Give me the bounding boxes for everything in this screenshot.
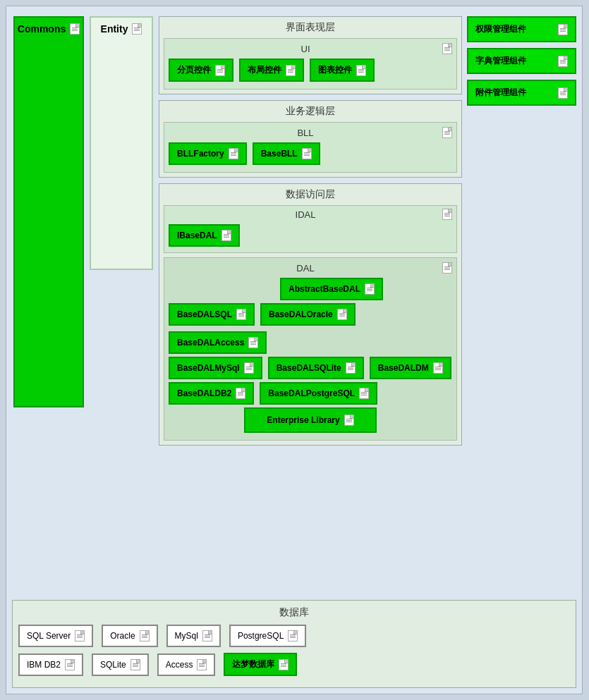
auth-btn[interactable]: 权限管理组件 xyxy=(467,16,576,42)
entity-label: Entity xyxy=(101,23,142,35)
commons-doc-icon xyxy=(70,23,80,35)
ui-title-bar: UI xyxy=(169,43,452,54)
pagination-btn[interactable]: 分页控件 xyxy=(169,59,233,82)
access-btn[interactable]: Access xyxy=(157,653,216,676)
access-label: Access xyxy=(166,660,193,670)
dal-row4: Enterprise Library xyxy=(169,407,452,433)
dal-outer-box: DAL AbstractBaseDAL BaseDALSQL xyxy=(164,257,457,441)
idal-title: IDAL xyxy=(169,209,442,220)
layout-btn[interactable]: 布局控件 xyxy=(239,59,304,82)
bllfactory-btn[interactable]: BLLFactory xyxy=(169,142,247,165)
bll-doc-icon xyxy=(442,127,452,138)
ibasedal-label: IBaseDAL xyxy=(177,231,217,240)
ibasedal-doc-icon xyxy=(221,230,231,241)
dal-title-bar: DAL xyxy=(169,262,452,274)
dal-row0: AbstractBaseDAL xyxy=(211,278,452,300)
entity-panel: Entity xyxy=(90,16,153,270)
basedaldb2-doc-icon xyxy=(236,388,245,399)
basedalaccess-doc-icon xyxy=(248,337,258,348)
postgresql-btn[interactable]: PostgreSQL xyxy=(229,625,306,647)
chart-label: 图表控件 xyxy=(318,64,352,76)
sqlite-label: SQLite xyxy=(100,660,126,670)
basedalpostgres-doc-icon xyxy=(359,388,369,399)
db-title: 数据库 xyxy=(18,606,570,619)
attach-btn[interactable]: 附件管理组件 xyxy=(467,80,576,106)
enterprise-btn[interactable]: Enterprise Library xyxy=(244,407,376,433)
postgresql-label: PostgreSQL xyxy=(238,631,284,641)
ibasedal-btn[interactable]: IBaseDAL xyxy=(169,224,240,247)
sqlite-btn[interactable]: SQLite xyxy=(92,653,149,676)
basedalmysql-doc-icon xyxy=(244,362,254,374)
basedalpostgres-btn[interactable]: BaseDALPostgreSQL xyxy=(260,382,377,405)
db2-btn[interactable]: IBM DB2 xyxy=(18,653,83,676)
database-section: 数据库 SQL Server Oracle MySql PostgreSQL I… xyxy=(12,600,576,688)
layout-doc-icon xyxy=(286,65,296,76)
basebll-btn[interactable]: BaseBLL xyxy=(253,142,320,165)
basedaloracle-btn[interactable]: BaseDALOracle xyxy=(260,303,356,326)
idal-btn-row: IBaseDAL xyxy=(169,224,452,247)
db2-doc-icon xyxy=(65,659,75,670)
idal-box: IDAL IBaseDAL xyxy=(164,205,457,253)
oracle-doc-icon xyxy=(140,630,150,641)
auth-label: 权限管理组件 xyxy=(475,23,526,35)
basedaloracle-doc-icon xyxy=(337,309,347,320)
dict-btn[interactable]: 字典管理组件 xyxy=(467,48,576,74)
content-area: 界面表现层 UI 分页控件 布局控件 图表控件 xyxy=(159,16,462,446)
sqlserver-btn[interactable]: SQL Server xyxy=(18,625,93,647)
entity-text: Entity xyxy=(101,23,128,35)
bll-btn-row: BLLFactory BaseBLL xyxy=(169,142,452,165)
basedaldm-label: BaseDALDM xyxy=(378,363,429,373)
basedaloracle-label: BaseDALOracle xyxy=(269,309,333,319)
commons-label: Commons xyxy=(18,23,80,35)
basedaldm-btn[interactable]: BaseDALDM xyxy=(370,357,451,379)
mysql-label: MySql xyxy=(175,631,198,641)
dal-row3: BaseDALDB2 BaseDALPostgreSQL xyxy=(169,382,452,405)
right-components-panel: 权限管理组件 字典管理组件 附件管理组件 xyxy=(467,16,576,106)
db2-label: IBM DB2 xyxy=(27,660,61,670)
basedalsqlite-btn[interactable]: BaseDALSQLite xyxy=(268,357,364,379)
ui-layer-title: 界面表现层 xyxy=(164,21,457,34)
basedalmysql-label: BaseDALMySql xyxy=(177,363,240,373)
bll-inner-box: BLL BLLFactory BaseBLL xyxy=(164,122,457,173)
mysql-doc-icon xyxy=(202,630,212,641)
chart-btn[interactable]: 图表控件 xyxy=(310,59,375,82)
oracle-label: Oracle xyxy=(110,631,135,641)
bll-title-bar: BLL xyxy=(169,127,452,138)
attach-doc-icon xyxy=(558,87,568,99)
basedalaccess-label: BaseDALAccess xyxy=(177,338,244,348)
oracle-btn[interactable]: Oracle xyxy=(102,625,157,647)
layout-label: 布局控件 xyxy=(248,64,281,76)
dm-doc-icon xyxy=(279,659,289,670)
pagination-label: 分页控件 xyxy=(177,64,211,76)
basedalmysql-btn[interactable]: BaseDALMySql xyxy=(169,357,262,379)
dal-layer-title: 数据访问层 xyxy=(164,188,457,201)
bll-title: BLL xyxy=(169,128,442,138)
ui-title: UI xyxy=(169,44,442,54)
enterprise-doc-icon xyxy=(344,415,354,426)
basedalsql-doc-icon xyxy=(236,309,246,320)
attach-label: 附件管理组件 xyxy=(475,87,526,99)
ui-doc-icon xyxy=(442,43,452,54)
access-doc-icon xyxy=(197,659,207,670)
sqlite-doc-icon xyxy=(130,659,140,670)
dal-row1: BaseDALSQL BaseDALOracle BaseDALAccess xyxy=(169,303,452,354)
basedalsql-btn[interactable]: BaseDALSQL xyxy=(169,303,255,326)
main-container: Commons Entity 权限管理组件 字典管理组件 附件管理组件 界面表现… xyxy=(6,6,583,694)
dict-doc-icon xyxy=(558,56,568,67)
dict-label: 字典管理组件 xyxy=(475,55,526,67)
ui-layer: 界面表现层 UI 分页控件 布局控件 图表控件 xyxy=(159,16,462,94)
db-row1: SQL Server Oracle MySql PostgreSQL xyxy=(18,625,570,647)
sqlserver-label: SQL Server xyxy=(27,631,71,641)
commons-text: Commons xyxy=(18,23,66,35)
abstract-label: AbstractBaseDAL xyxy=(289,284,360,294)
bllfactory-label: BLLFactory xyxy=(177,149,224,159)
mysql-btn[interactable]: MySql xyxy=(166,625,221,647)
auth-doc-icon xyxy=(558,24,568,35)
ui-btn-row: 分页控件 布局控件 图表控件 xyxy=(169,59,452,82)
basedaldb2-btn[interactable]: BaseDALDB2 xyxy=(169,382,254,405)
basedalaccess-btn[interactable]: BaseDALAccess xyxy=(169,331,267,354)
bll-layer-title: 业务逻辑层 xyxy=(164,105,457,118)
abstract-btn[interactable]: AbstractBaseDAL xyxy=(280,278,383,300)
dm-btn[interactable]: 达梦数据库 xyxy=(224,653,297,676)
dal-row2: BaseDALMySql BaseDALSQLite BaseDALDM xyxy=(169,357,452,379)
